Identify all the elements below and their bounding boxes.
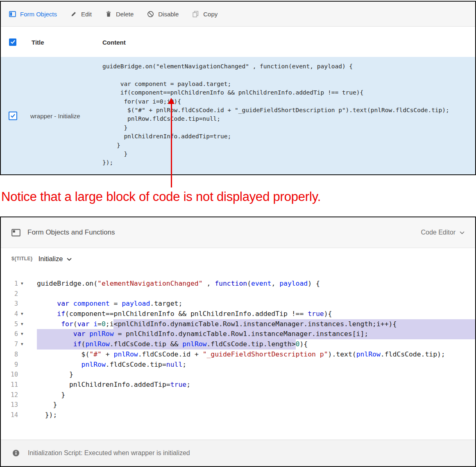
column-header-title: Title <box>32 38 44 45</box>
form-objects-icon <box>11 229 20 237</box>
form-objects-list-panel: Form Objects Edit Delete Disable <box>0 1 476 175</box>
chevron-down-icon <box>67 255 72 263</box>
fold-gutter <box>18 400 37 410</box>
copy-button[interactable]: Copy <box>192 11 218 18</box>
editor-subheader: ${TITLE} Initialize <box>1 248 475 269</box>
line-number: 3 <box>1 299 18 309</box>
fold-gutter <box>18 299 37 309</box>
code-editor[interactable]: 1▾guideBridge.on("elementNavigationChang… <box>1 269 475 440</box>
event-dropdown[interactable]: Initialize <box>39 255 72 263</box>
fold-arrow-icon[interactable]: ▾ <box>18 319 37 329</box>
code-line-text: } <box>37 390 475 400</box>
copy-label: Copy <box>203 11 218 18</box>
broken-code-block: guideBridge.on("elementNavigationChanged… <box>102 62 449 167</box>
fold-gutter <box>18 390 37 400</box>
list-header-row: Title Content <box>1 27 475 57</box>
code-line-text: var pnlRow = pnlChildInfo.dynamicTable.R… <box>37 329 475 339</box>
editor-line-9[interactable]: 9 pnlRow.fldCsCode.tip=null; <box>1 360 475 370</box>
fold-arrow-icon[interactable]: ▾ <box>18 309 37 319</box>
code-line-text: }); <box>37 410 475 420</box>
editor-line-7[interactable]: 7▾ if(pnlRow.fldCsCode.tip && pnlRow.fld… <box>1 339 475 350</box>
editor-line-13[interactable]: 13 } <box>1 400 475 410</box>
editor-line-12[interactable]: 12 } <box>1 390 475 400</box>
editor-line-2[interactable]: 2 <box>1 289 475 299</box>
row-checkbox[interactable] <box>9 111 17 120</box>
editor-line-11[interactable]: 11 pnlChildrenInfo.addedTip=true; <box>1 380 475 390</box>
code-line-text: for(var i=0;i<pnlChildInfo.dynamicTable.… <box>37 319 475 329</box>
fold-arrow-icon[interactable]: ▾ <box>18 339 37 350</box>
info-icon <box>12 449 20 457</box>
list-toolbar: Form Objects Edit Delete Disable <box>1 2 475 27</box>
check-icon <box>10 113 16 118</box>
form-objects-button[interactable]: Form Objects <box>9 11 57 18</box>
editor-line-1[interactable]: 1▾guideBridge.on("elementNavigationChang… <box>1 279 475 289</box>
table-row[interactable]: wrapper - Initialize guideBridge.on("ele… <box>1 57 475 174</box>
annotation-arrow <box>168 98 175 187</box>
code-line-text: } <box>37 400 475 410</box>
event-name: Initialize <box>39 255 63 263</box>
edit-button[interactable]: Edit <box>70 11 92 18</box>
line-number: 1 <box>1 279 18 289</box>
line-number: 6 <box>1 329 18 339</box>
arrow-shaft <box>171 104 172 187</box>
screenshot-root: Form Objects Edit Delete Disable <box>0 0 476 467</box>
column-header-content: Content <box>102 38 126 45</box>
editor-line-10[interactable]: 10 } <box>1 370 475 380</box>
fold-gutter <box>18 289 37 299</box>
copy-icon <box>192 11 199 18</box>
line-number: 11 <box>1 380 18 390</box>
panel-title: Form Objects and Functions <box>27 228 115 237</box>
editor-line-5[interactable]: 5▾ for(var i=0;i<pnlChildInfo.dynamicTab… <box>1 319 475 329</box>
editor-line-4[interactable]: 4▾ if(component==pnlChildrenInfo && pnlC… <box>1 309 475 319</box>
code-line-text: if(pnlRow.fldCsCode.tip && pnlRow.fldCsC… <box>37 339 475 350</box>
disable-label: Disable <box>158 11 179 18</box>
fold-gutter <box>18 350 37 360</box>
line-number: 4 <box>1 309 18 319</box>
code-line-text: guideBridge.on("elementNavigationChanged… <box>37 279 475 289</box>
editor-line-3[interactable]: 3 var component = payload.target; <box>1 299 475 309</box>
code-line-text: pnlChildrenInfo.addedTip=true; <box>37 380 475 390</box>
line-number: 7 <box>1 339 18 350</box>
edit-label: Edit <box>81 11 92 18</box>
code-editor-mode-dropdown[interactable]: Code Editor <box>421 229 465 236</box>
editor-line-14[interactable]: 14 }); <box>1 410 475 420</box>
editor-header: Form Objects and Functions Code Editor <box>1 217 475 248</box>
form-objects-icon <box>9 11 16 17</box>
line-number: 9 <box>1 360 18 370</box>
fold-arrow-icon[interactable]: ▾ <box>18 279 37 289</box>
fold-gutter <box>18 360 37 370</box>
line-number: 12 <box>1 390 18 400</box>
select-all-checkbox[interactable] <box>9 38 16 46</box>
fold-arrow-icon[interactable]: ▾ <box>18 329 37 339</box>
editor-lines: 1▾guideBridge.on("elementNavigationChang… <box>1 279 475 420</box>
line-number: 5 <box>1 319 18 329</box>
check-icon <box>10 39 16 45</box>
fold-gutter <box>18 380 37 390</box>
trash-icon <box>105 11 112 17</box>
line-number: 8 <box>1 350 18 360</box>
editor-footer: Initialization Script: Executed when wra… <box>1 440 475 466</box>
title-variable-label: ${TITLE} <box>11 256 33 262</box>
delete-button[interactable]: Delete <box>105 11 134 18</box>
annotation-text: Notice that a large block of code is not… <box>1 190 321 204</box>
delete-label: Delete <box>116 11 134 18</box>
fold-gutter <box>18 410 37 420</box>
disable-icon <box>147 11 154 18</box>
arrow-head <box>168 98 175 104</box>
code-line-text: var component = payload.target; <box>37 299 475 309</box>
line-number: 2 <box>1 289 18 299</box>
code-line-text: $("#" + pnlRow.fldCsCode.id + "_guideFie… <box>37 350 475 360</box>
disable-button[interactable]: Disable <box>147 11 179 18</box>
code-line-text: } <box>37 370 475 380</box>
code-line-text: pnlRow.fldCsCode.tip=null; <box>37 360 475 370</box>
code-line-text: if(component==pnlChildrenInfo && pnlChil… <box>37 309 475 319</box>
editor-line-8[interactable]: 8 $("#" + pnlRow.fldCsCode.id + "_guideF… <box>1 350 475 360</box>
editor-line-6[interactable]: 6▾ var pnlRow = pnlChildInfo.dynamicTabl… <box>1 329 475 339</box>
code-line-text <box>37 289 475 299</box>
line-number: 14 <box>1 410 18 420</box>
form-objects-label: Form Objects <box>20 11 57 18</box>
line-number: 13 <box>1 400 18 410</box>
mode-label: Code Editor <box>421 229 456 236</box>
row-title: wrapper - Initialize <box>30 112 80 119</box>
line-number: 10 <box>1 370 18 380</box>
